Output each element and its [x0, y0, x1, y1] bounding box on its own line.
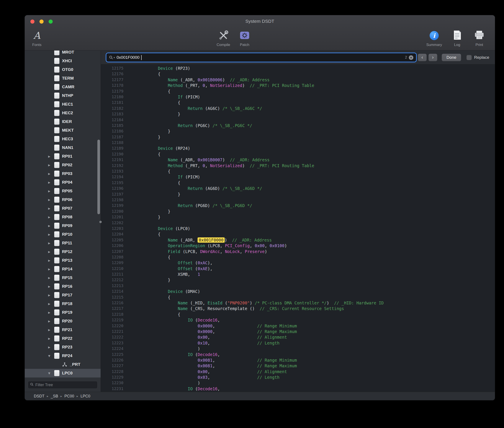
tree-item-rp01[interactable]: ▶RP01 [25, 152, 101, 161]
tree-item-rp16[interactable]: ▶RP16 [25, 282, 101, 291]
tree-item-term[interactable]: TERM [25, 74, 101, 82]
tree-item-rp24[interactable]: ▼RP24 [25, 352, 101, 360]
disclosure-collapsed-icon[interactable]: ▶ [48, 189, 54, 193]
tree-item-camr[interactable]: CAMR [25, 82, 101, 91]
code-line: 12210 Offset (0xAE), [101, 266, 495, 272]
find-input[interactable]: ▾ 0x001F0000 2 × [107, 53, 416, 62]
device-icon [54, 301, 59, 307]
tree-item-nthp[interactable]: NTHP [25, 91, 101, 100]
disclosure-collapsed-icon[interactable]: ▶ [48, 233, 54, 236]
disclosure-collapsed-icon[interactable]: ▶ [48, 181, 54, 184]
tree-item-rp20[interactable]: ▶RP20 [25, 317, 101, 325]
tree-item-mrot[interactable]: MROT [25, 50, 101, 57]
disclosure-collapsed-icon[interactable]: ▶ [48, 172, 54, 175]
code-text: 0x0081, // Range Minimum [124, 357, 297, 363]
disclosure-collapsed-icon[interactable]: ▶ [48, 250, 54, 254]
fonts-button[interactable]: A Fonts [26, 29, 47, 47]
disclosure-collapsed-icon[interactable]: ▶ [48, 320, 54, 323]
patch-button[interactable]: Patch [234, 29, 255, 47]
disclosure-collapsed-icon[interactable]: ▶ [48, 337, 54, 340]
tree-item-rp12[interactable]: ▶RP12 [25, 247, 101, 256]
tree-item-rp10[interactable]: ▶RP10 [25, 230, 101, 239]
tree-item-rp14[interactable]: ▶RP14 [25, 265, 101, 273]
disclosure-collapsed-icon[interactable]: ▶ [48, 346, 54, 349]
tree-item-hec3[interactable]: HEC3 [25, 135, 101, 143]
breadcrumb-item-lpc0[interactable]: LPC0 [81, 394, 90, 398]
disclosure-collapsed-icon[interactable]: ▶ [48, 268, 54, 271]
print-button[interactable]: Print [469, 29, 490, 47]
line-number: 12201 [101, 214, 124, 220]
tree-item-rp09[interactable]: ▶RP09 [25, 221, 101, 230]
disclosure-collapsed-icon[interactable]: ▶ [48, 311, 54, 314]
tree-item-rp04[interactable]: ▶RP04 [25, 178, 101, 187]
tree-item-label: RP05 [62, 189, 73, 193]
line-number: 12199 [101, 203, 124, 208]
tree-item-_prt[interactable]: _PRT [25, 360, 101, 369]
compile-tools-icon [218, 30, 229, 41]
tree-item-rp02[interactable]: ▶RP02 [25, 161, 101, 169]
tree-item-rp21[interactable]: ▶RP21 [25, 325, 101, 334]
tree-item-rp13[interactable]: ▶RP13 [25, 256, 101, 265]
code-area[interactable]: 12175 Device (RP23)12176 {12177 Name (_A… [101, 65, 495, 392]
disclosure-collapsed-icon[interactable]: ▶ [48, 207, 54, 210]
line-number: 12178 [101, 82, 124, 88]
tree-item-label: RP01 [62, 154, 73, 159]
tree-item-rp05[interactable]: ▶RP05 [25, 187, 101, 195]
tree-item-rp22[interactable]: ▶RP22 [25, 334, 101, 343]
tree-item-rp19[interactable]: ▶RP19 [25, 308, 101, 317]
disclosure-expanded-icon[interactable]: ▼ [48, 372, 54, 375]
filter-tree-input[interactable]: Filter Tree [28, 381, 98, 389]
tree-item-rp18[interactable]: ▶RP18 [25, 299, 101, 308]
tree-item-ider[interactable]: IDER [25, 117, 101, 126]
log-button[interactable]: Log [447, 29, 468, 47]
find-next-button[interactable]: › [429, 54, 437, 61]
zoom-button[interactable] [49, 19, 53, 24]
disclosure-collapsed-icon[interactable]: ▶ [48, 198, 54, 201]
minimize-button[interactable] [40, 19, 44, 24]
tree-item-rp23[interactable]: ▶RP23 [25, 343, 101, 352]
sidebar-scrollbar[interactable] [97, 140, 100, 214]
compile-button[interactable]: Compile [213, 29, 234, 47]
tree-item-lpc0[interactable]: ▼LPC0 [25, 369, 101, 378]
tree-item-nan1[interactable]: NAN1 [25, 143, 101, 152]
splitter-handle[interactable] [99, 221, 102, 223]
tree-item-rp03[interactable]: ▶RP03 [25, 169, 101, 178]
tree-item-mekt[interactable]: MEKT [25, 126, 101, 135]
tree-item-rp11[interactable]: ▶RP11 [25, 239, 101, 247]
tree-item-rp17[interactable]: ▶RP17 [25, 291, 101, 299]
disclosure-collapsed-icon[interactable]: ▶ [48, 164, 54, 167]
clear-search-icon[interactable]: × [409, 55, 413, 60]
find-previous-button[interactable]: ‹ [418, 54, 427, 61]
tree-item-rp15[interactable]: ▶RP15 [25, 273, 101, 282]
disclosure-collapsed-icon[interactable]: ▶ [48, 294, 54, 297]
disclosure-collapsed-icon[interactable]: ▶ [48, 259, 54, 262]
tree-item-hec1[interactable]: HEC1 [25, 100, 101, 109]
search-icon[interactable]: ▾ [109, 56, 115, 60]
disclosure-expanded-icon[interactable]: ▼ [48, 354, 54, 358]
summary-button[interactable]: i Summary [424, 29, 445, 47]
close-button[interactable] [30, 19, 34, 24]
disclosure-collapsed-icon[interactable]: ▶ [48, 224, 54, 227]
line-number: 12180 [101, 94, 124, 100]
device-icon [54, 75, 59, 81]
disclosure-collapsed-icon[interactable]: ▶ [48, 215, 54, 219]
tree-item-rp06[interactable]: ▶RP06 [25, 195, 101, 204]
tree-item-rp07[interactable]: ▶RP07 [25, 204, 101, 213]
breadcrumb-item-pc00[interactable]: PC00 [64, 394, 74, 398]
tree-item-rp08[interactable]: ▶RP08 [25, 213, 101, 221]
tree-item-otg0[interactable]: OTG0 [25, 65, 101, 74]
code-line: 12231 IO (Decode16, [101, 386, 495, 392]
disclosure-collapsed-icon[interactable]: ▶ [48, 285, 54, 288]
disclosure-collapsed-icon[interactable]: ▶ [48, 328, 54, 331]
line-number: 12204 [101, 231, 124, 237]
disclosure-collapsed-icon[interactable]: ▶ [48, 155, 54, 158]
done-button[interactable]: Done [442, 54, 461, 61]
tree-item-xhci[interactable]: XHCI [25, 57, 101, 65]
disclosure-collapsed-icon[interactable]: ▶ [48, 241, 54, 245]
breadcrumb-item-_sb[interactable]: _SB [51, 394, 58, 398]
replace-checkbox[interactable] [466, 55, 472, 60]
disclosure-collapsed-icon[interactable]: ▶ [48, 276, 54, 280]
breadcrumb-item-dsdt[interactable]: DSDT [34, 394, 44, 398]
tree-item-hec2[interactable]: HEC2 [25, 109, 101, 117]
disclosure-collapsed-icon[interactable]: ▶ [48, 302, 54, 305]
